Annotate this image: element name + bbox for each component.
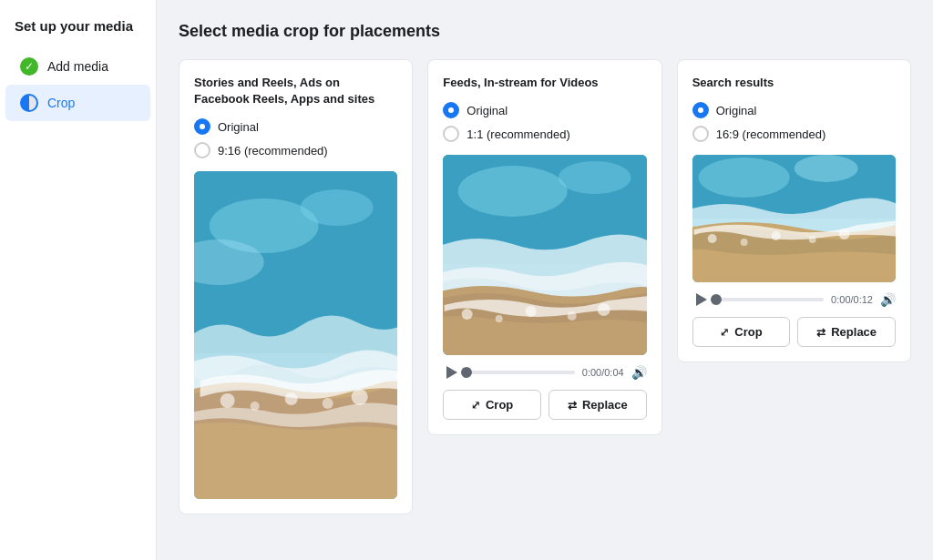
svg-point-3 [301, 189, 374, 226]
feeds-time-display: 0:00/0:04 [582, 367, 624, 378]
search-16-9-option[interactable]: 16:9 (recommended) [692, 126, 896, 142]
sidebar-item-add-media-label: Add media [47, 59, 108, 74]
svg-marker-19 [446, 366, 457, 379]
feeds-original-label: Original [466, 104, 508, 117]
feeds-1-1-option[interactable]: 1:1 (recommended) [443, 126, 646, 142]
stories-reels-title: Stories and Reels, Ads on Facebook Reels… [194, 75, 397, 107]
main-content: Select media crop for placements Stories… [157, 0, 933, 560]
stories-original-radio[interactable] [194, 118, 210, 135]
half-circle-icon [20, 94, 38, 112]
svg-point-27 [808, 236, 815, 243]
feeds-progress-handle[interactable] [461, 367, 472, 378]
search-action-buttons: ⤢ Crop ⇄ Replace [692, 317, 896, 347]
search-16-9-label: 16:9 (recommended) [716, 127, 826, 141]
stories-original-label: Original [218, 120, 259, 134]
feeds-original-option[interactable]: Original [443, 102, 646, 118]
feeds-volume-icon[interactable]: 🔊 [631, 365, 647, 380]
feeds-replace-label: Replace [582, 398, 628, 412]
feeds-original-radio[interactable] [443, 102, 459, 118]
search-original-option[interactable]: Original [692, 102, 896, 118]
feeds-media-preview [443, 155, 646, 355]
feeds-replace-icon: ⇄ [568, 399, 577, 412]
search-original-label: Original [716, 104, 757, 117]
stories-radio-group: Original 9:16 (recommended) [194, 118, 397, 158]
search-video-controls: 0:00/0:12 🔊 [692, 291, 896, 308]
search-volume-icon[interactable]: 🔊 [880, 292, 896, 307]
search-radio-group: Original 16:9 (recommended) [692, 102, 896, 142]
stories-original-option[interactable]: Original [194, 118, 397, 135]
search-original-radio[interactable] [692, 102, 709, 118]
svg-marker-29 [696, 293, 707, 306]
feeds-title: Feeds, In-stream for Videos [443, 75, 646, 91]
feeds-crop-label: Crop [486, 398, 513, 412]
stories-9-16-label: 9:16 (recommended) [218, 144, 328, 158]
feeds-card: Feeds, In-stream for Videos Original 1:1… [427, 59, 661, 435]
search-results-card: Search results Original 16:9 (recommende… [677, 59, 911, 362]
svg-point-5 [220, 393, 235, 408]
search-replace-label: Replace [831, 325, 877, 339]
stories-beach-image [194, 171, 397, 499]
sidebar-item-add-media[interactable]: ✓ Add media [5, 48, 150, 85]
page-title: Select media crop for placements [179, 22, 911, 41]
feeds-radio-group: Original 1:1 (recommended) [443, 102, 646, 142]
svg-point-24 [707, 234, 716, 243]
search-beach-image [692, 155, 896, 282]
svg-point-7 [285, 392, 298, 405]
feeds-1-1-label: 1:1 (recommended) [466, 127, 569, 141]
feeds-beach-image [443, 155, 646, 355]
sidebar-item-crop-label: Crop [47, 96, 75, 110]
sidebar: Set up your media ✓ Add media Crop [0, 0, 157, 560]
search-results-title: Search results [692, 75, 896, 91]
svg-point-12 [458, 166, 568, 217]
svg-point-9 [352, 389, 368, 405]
search-progress-handle[interactable] [711, 294, 722, 305]
svg-point-18 [598, 303, 610, 316]
svg-point-14 [462, 309, 473, 320]
search-crop-icon: ⤢ [720, 326, 729, 339]
check-icon: ✓ [20, 57, 38, 76]
feeds-video-controls: 0:00/0:04 🔊 [443, 364, 646, 381]
svg-point-17 [568, 311, 577, 321]
feeds-1-1-radio[interactable] [443, 126, 459, 142]
svg-point-25 [740, 239, 747, 246]
feeds-crop-icon: ⤢ [471, 399, 480, 412]
search-crop-label: Crop [734, 325, 762, 339]
cards-row: Stories and Reels, Ads on Facebook Reels… [179, 59, 911, 514]
feeds-replace-button[interactable]: ⇄ Replace [549, 390, 647, 420]
svg-point-26 [771, 231, 780, 240]
svg-point-13 [559, 161, 631, 194]
feeds-action-buttons: ⤢ Crop ⇄ Replace [443, 390, 646, 420]
search-replace-button[interactable]: ⇄ Replace [797, 317, 896, 347]
svg-point-23 [794, 155, 857, 182]
stories-9-16-option[interactable]: 9:16 (recommended) [194, 142, 397, 158]
search-time-display: 0:00/0:12 [831, 294, 873, 305]
sidebar-item-crop[interactable]: Crop [5, 85, 150, 121]
search-media-preview [692, 155, 896, 282]
svg-point-22 [698, 158, 789, 198]
feeds-play-button[interactable] [443, 364, 459, 381]
stories-media-preview [194, 171, 397, 499]
feeds-crop-button[interactable]: ⤢ Crop [443, 390, 541, 420]
svg-point-15 [496, 315, 503, 322]
search-16-9-radio[interactable] [692, 126, 709, 142]
svg-point-28 [838, 229, 849, 239]
svg-point-8 [323, 398, 333, 409]
search-play-button[interactable] [692, 291, 709, 308]
sidebar-title: Set up your media [0, 18, 156, 48]
search-replace-icon: ⇄ [816, 326, 825, 339]
stories-reels-card: Stories and Reels, Ads on Facebook Reels… [179, 59, 413, 514]
search-crop-button[interactable]: ⤢ Crop [692, 317, 791, 347]
stories-9-16-radio[interactable] [194, 142, 210, 158]
svg-point-16 [526, 306, 537, 317]
search-progress-bar[interactable] [716, 298, 824, 301]
feeds-progress-bar[interactable] [466, 371, 574, 374]
